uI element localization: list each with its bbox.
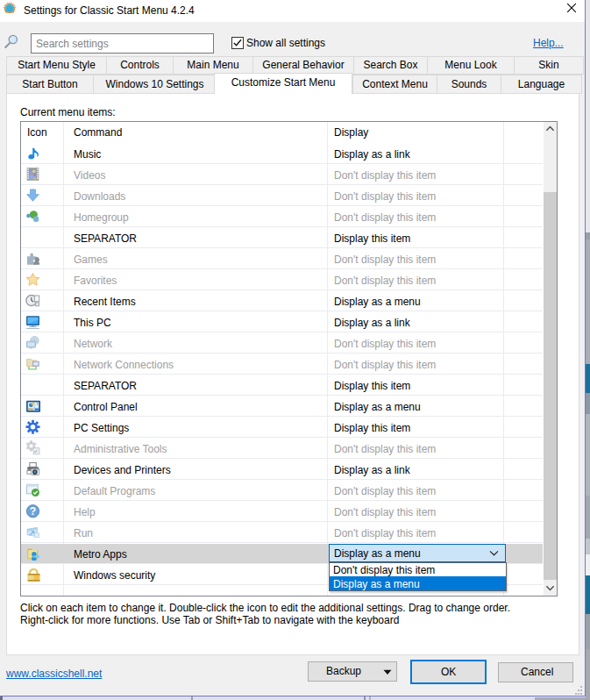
svg-text:?: ? <box>30 505 36 518</box>
